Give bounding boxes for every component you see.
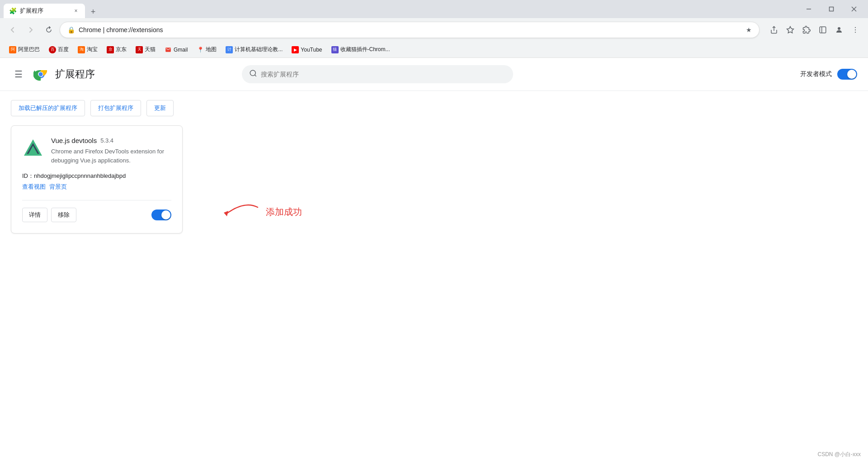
bookmark-favicon-cs: 计 xyxy=(226,46,233,53)
window-controls xyxy=(798,2,864,16)
svg-point-18 xyxy=(250,70,256,76)
svg-point-17 xyxy=(39,72,43,76)
ext-toggle[interactable] xyxy=(151,210,171,220)
bookmark-favicon-maps: 📍 xyxy=(197,46,204,53)
share-button[interactable] xyxy=(767,23,781,37)
tab-favicon: 🧩 xyxy=(9,7,16,14)
close-button[interactable] xyxy=(844,2,864,16)
bookmark-youtube[interactable]: ▶ YouTube xyxy=(288,44,326,55)
svg-point-11 xyxy=(855,32,856,33)
vue-logo xyxy=(22,137,44,158)
load-unpacked-button[interactable]: 加载已解压的扩展程序 xyxy=(11,100,85,116)
dev-mode-toggle[interactable] xyxy=(837,69,857,80)
ext-id-row: ID：nhdogjmejiglipccpnnnanhbledajbpd xyxy=(22,172,171,180)
bookmark-label-taobao: 淘宝 xyxy=(87,46,98,53)
address-text: Chrome | chrome://extensions xyxy=(79,26,742,33)
hamburger-menu[interactable]: ☰ xyxy=(11,65,26,83)
bookmark-cs[interactable]: 计 计算机基础理论教... xyxy=(222,44,286,55)
svg-point-8 xyxy=(838,27,840,30)
bookmarks-bar: 阿 阿里巴巴 百 百度 淘 淘宝 京 京东 天 天猫 Gmail 📍 地图 计 … xyxy=(0,42,868,58)
bookmark-taobao[interactable]: 淘 淘宝 xyxy=(74,44,101,55)
bookmark-label-tmall: 天猫 xyxy=(145,46,156,53)
address-star-icon: ★ xyxy=(746,26,752,33)
ext-card-header: Vue.js devtools 5.3.4 Chrome and Firefox… xyxy=(22,137,171,165)
page-title: 扩展程序 xyxy=(55,67,95,81)
extensions-header: ☰ 扩展程序 开发者模式 xyxy=(0,58,868,91)
address-security-icon: 🔒 xyxy=(67,26,75,33)
forward-button[interactable] xyxy=(24,23,38,37)
bookmark-maps[interactable]: 📍 地图 xyxy=(193,44,220,55)
bookmark-favicon-alibaba: 阿 xyxy=(9,46,16,53)
bookmark-label-cat: 收藏猫插件-Chrom... xyxy=(340,46,390,53)
bookmark-gmail[interactable]: Gmail xyxy=(161,44,191,55)
page-content: ☰ 扩展程序 开发者模式 xyxy=(0,58,868,462)
view-link[interactable]: 查看视图 xyxy=(22,183,46,191)
bookmark-favicon-youtube: ▶ xyxy=(292,46,299,53)
annotation-arrow xyxy=(208,198,262,225)
ext-description: Chrome and Firefox DevTools extension fo… xyxy=(51,147,171,165)
annotation-text: 添加成功 xyxy=(266,206,302,218)
back-button[interactable] xyxy=(5,23,20,37)
svg-line-19 xyxy=(255,75,256,76)
page-footer: CSDN @小白-xxx xyxy=(817,451,861,458)
background-link[interactable]: 背景页 xyxy=(49,183,67,191)
ext-links: 查看视图 背景页 xyxy=(22,183,171,191)
ext-name-row: Vue.js devtools 5.3.4 xyxy=(51,137,171,144)
bookmark-label-alibaba: 阿里巴巴 xyxy=(18,46,40,53)
new-tab-button[interactable]: + xyxy=(87,5,99,18)
bookmark-favicon-baidu: 百 xyxy=(49,46,56,53)
title-bar: 🧩 扩展程序 × + xyxy=(0,0,868,18)
bookmark-favicon-cat: 猫 xyxy=(331,46,339,53)
active-tab[interactable]: 🧩 扩展程序 × xyxy=(4,4,85,18)
extensions-button[interactable] xyxy=(799,23,814,37)
bookmark-label-youtube: YouTube xyxy=(301,47,322,53)
bookmark-favicon-taobao: 淘 xyxy=(78,46,85,53)
svg-marker-5 xyxy=(787,27,794,33)
profile-button[interactable] xyxy=(832,23,846,37)
update-button[interactable]: 更新 xyxy=(146,100,174,116)
bookmark-label-gmail: Gmail xyxy=(174,47,188,53)
bookmark-favicon-jd: 京 xyxy=(107,46,114,53)
bookmark-label-maps: 地图 xyxy=(206,46,217,53)
bookmark-label-baidu: 百度 xyxy=(58,46,69,53)
svg-point-9 xyxy=(855,27,856,28)
bookmark-tmall[interactable]: 天 天猫 xyxy=(132,44,159,55)
nav-bar: 🔒 Chrome | chrome://extensions ★ xyxy=(0,18,868,42)
refresh-button[interactable] xyxy=(42,23,56,37)
svg-rect-6 xyxy=(820,27,826,33)
ext-name: Vue.js devtools xyxy=(51,137,97,144)
bookmark-jd[interactable]: 京 京东 xyxy=(103,44,130,55)
tab-close-button[interactable]: × xyxy=(72,7,80,14)
bookmark-label-cs: 计算机基础理论教... xyxy=(235,46,283,53)
dev-mode-toggle-knob xyxy=(847,70,856,79)
bookmark-alibaba[interactable]: 阿 阿里巴巴 xyxy=(5,44,43,55)
maximize-button[interactable] xyxy=(821,2,842,16)
action-buttons: 加载已解压的扩展程序 打包扩展程序 更新 xyxy=(0,91,868,125)
ext-card-footer: 详情 移除 xyxy=(22,200,171,222)
remove-button[interactable]: 移除 xyxy=(51,208,76,222)
svg-marker-23 xyxy=(224,211,228,216)
bookmark-label-jd: 京东 xyxy=(116,46,127,53)
menu-button[interactable] xyxy=(848,23,863,37)
extension-card-vuejs: Vue.js devtools 5.3.4 Chrome and Firefox… xyxy=(11,125,183,233)
toolbar-icons xyxy=(767,23,863,37)
tab-title: 扩展程序 xyxy=(20,7,69,15)
address-bar[interactable]: 🔒 Chrome | chrome://extensions ★ xyxy=(60,22,760,38)
bookmark-cat[interactable]: 猫 收藏猫插件-Chrom... xyxy=(328,44,394,55)
sidebar-button[interactable] xyxy=(816,23,830,37)
search-input[interactable] xyxy=(261,71,506,78)
ext-toggle-knob xyxy=(161,210,170,219)
ext-version: 5.3.4 xyxy=(100,137,113,144)
search-bar[interactable] xyxy=(242,65,513,83)
annotation-area: 添加成功 xyxy=(208,198,302,225)
tab-bar: 🧩 扩展程序 × + xyxy=(4,0,99,18)
ext-id-text: ID：nhdogjmejiglipccpnnnanhbledajbpd xyxy=(22,172,126,179)
search-icon xyxy=(249,69,257,80)
bookmark-baidu[interactable]: 百 百度 xyxy=(45,44,72,55)
details-button[interactable]: 详情 xyxy=(22,208,47,222)
chrome-logo xyxy=(33,67,48,81)
minimize-button[interactable] xyxy=(798,2,819,16)
svg-point-10 xyxy=(855,29,856,30)
bookmark-button[interactable] xyxy=(783,23,797,37)
pack-extension-button[interactable]: 打包扩展程序 xyxy=(90,100,141,116)
